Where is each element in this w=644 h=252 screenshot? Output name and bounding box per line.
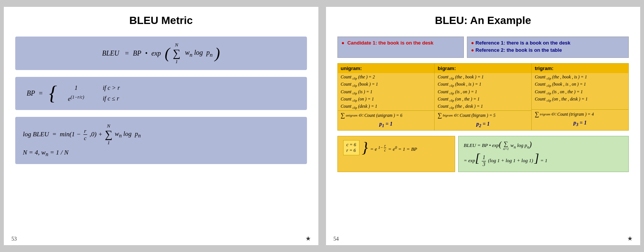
trigram-col: Count clip (the , book , is ) = 1 Count … xyxy=(532,73,628,130)
r-value: r = 6 xyxy=(347,148,356,153)
unigram-p: p1 = 1 xyxy=(338,120,435,129)
candidate-bullet: ● xyxy=(342,40,345,46)
ref-row: ● Candidate 1: the book is on the desk ●… xyxy=(337,37,629,58)
bigram-p: p2 = 1 xyxy=(435,120,531,129)
unigram-sum: ∑ unigram ∈C Count (unigram ) = 6 xyxy=(338,110,435,120)
reference-2-text: Reference 2: the book is on the table xyxy=(476,47,562,53)
slide1-star: ★ xyxy=(305,235,311,242)
slide2-title: BLEU: An Example xyxy=(337,14,629,30)
slide1-page-number: 53 xyxy=(11,236,17,242)
ngram-header: unigram: bigram: trigram: xyxy=(338,64,629,73)
unigram-count-2: Count clip (book ) = 1 xyxy=(338,81,435,88)
unigram-col: Count clip (the ) = 2 Count clip (book )… xyxy=(338,73,435,130)
c-value: c = 6 xyxy=(347,142,356,148)
formula-log-bleu: log BLEU = min(1 − r c ,0) + N ∑ 1 wn lo… xyxy=(15,117,307,164)
trigram-count-1: Count clip (the , book , is ) = 1 xyxy=(532,74,628,81)
bp-cases: 1 if c > r e(1−r/c) if c ≤ r xyxy=(61,83,120,104)
bigram-sum: ∑ bigram ∈C Count (bigram ) = 5 xyxy=(435,110,531,120)
trigram-count-empty xyxy=(532,103,628,109)
sum-expression: N ∑ 1 xyxy=(173,42,181,65)
trigram-p: p3 = 1 xyxy=(532,119,628,128)
bigram-count-5: Count clip (the , desk ) = 1 xyxy=(435,103,531,110)
ngram-table: unigram: bigram: trigram: Count clip (th… xyxy=(337,63,629,131)
bigram-count-2: Count clip (book , is ) = 1 xyxy=(435,81,531,88)
trigram-count-2: Count clip (book , is , on ) = 1 xyxy=(532,81,628,88)
formula-bleu: BLEU = BP • exp ( N ∑ 1 wn log pn ) xyxy=(15,37,307,70)
slide2-page-number: 54 xyxy=(334,236,339,242)
trigram-count-3: Count clip (is , on , the ) = 1 xyxy=(532,89,628,96)
reference-1-text: Reference 1: there is a book on the desk xyxy=(476,40,570,46)
candidate-text: Candidate 1: the book is on the desk xyxy=(347,40,433,46)
ngram-body: Count clip (the ) = 2 Count clip (book )… xyxy=(338,73,629,130)
trigram-sum: ∑ trigram ∈C Count (trigram ) = 4 xyxy=(532,109,628,119)
trigram-count-4: Count clip (on , the , desk ) = 1 xyxy=(532,96,628,103)
bigram-count-4: Count clip (on , the ) = 1 xyxy=(435,96,531,103)
unigram-count-1: Count clip (the ) = 2 xyxy=(338,74,435,81)
slide1-title: BLEU Metric xyxy=(15,14,307,30)
yellow-formula-expr: = e 1−rc = e0 = 1 = BP xyxy=(370,144,417,152)
unigram-count-5: Count clip (desk ) = 1 xyxy=(338,103,435,110)
unigram-count-3: Count clip (is ) = 1 xyxy=(338,89,435,96)
green-formula-box: BLEU = BP • exp( ∑ n=1 wn log pn) = exp[… xyxy=(458,136,629,172)
bleu-label: BLEU xyxy=(102,49,119,57)
bottom-formulas: c = 6 r = 6 } = e 1−rc = e0 = 1 = BP BLE… xyxy=(337,136,629,172)
bigram-count-3: Count clip (is , on ) = 1 xyxy=(435,89,531,96)
slide-1: BLEU Metric BLEU = BP • exp ( N ∑ 1 wn l… xyxy=(4,7,318,245)
unigram-header: unigram: xyxy=(338,64,435,73)
reference-box: ● Reference 1: there is a book on the de… xyxy=(467,37,629,58)
yellow-formula-box: c = 6 r = 6 } = e 1−rc = e0 = 1 = BP xyxy=(337,136,455,172)
trigram-header: trigram: xyxy=(532,64,628,73)
bigram-col: Count clip (the , book ) = 1 Count clip … xyxy=(435,73,532,130)
candidate-box: ● Candidate 1: the book is on the desk xyxy=(337,37,464,58)
slide2-content: ● Candidate 1: the book is on the desk ●… xyxy=(337,37,629,172)
slide2-star: ★ xyxy=(627,235,633,242)
bigram-count-1: Count clip (the , book ) = 1 xyxy=(435,74,531,81)
reference-1: ● Reference 1: there is a book on the de… xyxy=(471,40,625,46)
bigram-header: bigram: xyxy=(435,64,532,73)
unigram-count-4: Count clip (on ) = 1 xyxy=(338,96,435,103)
reference-2: ● Reference 2: the book is on the table xyxy=(471,47,625,53)
cr-values: c = 6 r = 6 xyxy=(343,140,360,155)
slide-2: BLEU: An Example ● Candidate 1: the book… xyxy=(326,7,641,245)
formula-bp: BP = { 1 if c > r e(1−r/c) if c ≤ r xyxy=(15,77,307,110)
